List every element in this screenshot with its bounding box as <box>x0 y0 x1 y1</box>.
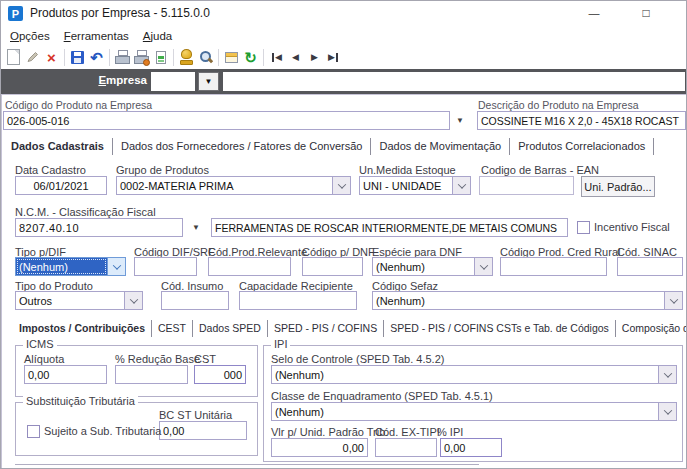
grupo-produtos-combo[interactable]: 0002-MATERIA PRIMA <box>116 176 351 195</box>
page-icon <box>7 49 20 65</box>
window-properties-icon <box>225 52 238 63</box>
sujeito-sub-checkbox[interactable] <box>27 425 40 438</box>
ncm-code-field[interactable]: 8207.40.10 <box>15 218 183 237</box>
ex-tipi-field[interactable] <box>375 438 437 457</box>
refresh-icon[interactable]: ↻ <box>241 48 260 67</box>
chevron-down-icon[interactable] <box>124 292 142 309</box>
properties-icon[interactable] <box>222 48 241 67</box>
print-icon[interactable] <box>113 48 132 67</box>
tab-cest[interactable]: CEST <box>152 320 193 337</box>
uni-padrao-button[interactable]: Uni. Padrão... <box>581 176 655 197</box>
tab-sped-pis-cofins[interactable]: SPED - PIS / COFINS <box>268 320 384 337</box>
app-window: P Produtos por Empresa - 5.115.0.0 — □ ×… <box>0 0 687 469</box>
grupo-produtos-label: Grupo de Produtos <box>116 164 209 176</box>
reducao-base-field[interactable] <box>115 365 188 384</box>
empresa-name-field[interactable] <box>223 72 685 91</box>
close-button[interactable]: × <box>675 1 687 25</box>
menu-ferramentas[interactable]: Ferramentas <box>57 30 136 42</box>
capacidade-field[interactable] <box>239 291 357 310</box>
un-medida-combo[interactable]: UNI - UNIDADE <box>359 176 471 195</box>
report-icon[interactable] <box>151 48 170 67</box>
chevron-down-icon[interactable] <box>332 177 350 194</box>
chevron-down-icon[interactable] <box>452 177 470 194</box>
nav-prev-icon[interactable]: ◀ <box>286 48 305 67</box>
empresa-code-input[interactable] <box>151 72 195 91</box>
tab-sped-pis-cofins-csts[interactable]: SPED - PIS / COFINS CSTs e Tab. de Códig… <box>384 320 616 337</box>
tab-dados-sped[interactable]: Dados SPED <box>193 320 268 337</box>
printer-icon <box>115 50 130 64</box>
save-icon[interactable] <box>68 48 87 67</box>
chevron-down-icon[interactable] <box>107 258 125 275</box>
search-icon[interactable] <box>196 48 215 67</box>
sujeito-sub-label: Sujeito a Sub. Tributaria <box>44 425 161 437</box>
maximize-button[interactable]: □ <box>630 1 662 25</box>
product-code-field[interactable]: 026-005-016 <box>3 111 450 130</box>
substituicao-group: Substituição Tributária BC ST Unitária 0… <box>15 402 258 456</box>
chevron-down-icon[interactable] <box>658 403 676 420</box>
codigo-dnf-field[interactable] <box>302 257 363 276</box>
cst-field[interactable]: 000 <box>194 365 246 384</box>
data-cadastro-field[interactable]: 06/01/2021 <box>15 176 107 195</box>
app-icon-letter: P <box>12 8 19 20</box>
codigo-barras-field[interactable] <box>479 176 574 195</box>
product-desc-field[interactable]: COSSINETE M16 X 2,0 - 45X18 ROCAST <box>477 111 686 130</box>
cred-rural-field[interactable] <box>500 257 607 276</box>
seal-icon[interactable] <box>177 48 196 67</box>
tipo-dif-combo[interactable]: (Nenhum) <box>15 257 126 276</box>
chevron-down-icon[interactable] <box>474 258 492 275</box>
aliquota-field[interactable]: 0,00 <box>24 365 107 384</box>
toolbar-separator <box>109 49 110 66</box>
tipo-produto-combo[interactable]: Outros <box>15 291 143 310</box>
substituicao-group-title: Substituição Tributária <box>23 395 138 407</box>
codigo-dif-field[interactable] <box>134 257 197 276</box>
menu-bar: Opções Ferramentas Ajuda <box>3 26 179 45</box>
selo-controle-combo[interactable]: (Nenhum) <box>271 365 677 384</box>
tab-dados-cadastrais[interactable]: Dados Cadastrais <box>3 138 113 155</box>
perc-ipi-label: % IPI <box>437 426 463 438</box>
product-code-dropdown[interactable]: ▼ <box>451 111 469 130</box>
nav-next-icon[interactable]: ▶ <box>305 48 324 67</box>
cst-label: CST <box>194 353 216 365</box>
cod-prod-relevante-field[interactable] <box>208 257 291 276</box>
tab-impostos-contribuicoes[interactable]: Impostos / Contribuições <box>13 320 152 337</box>
vlr-unid-padrao-field[interactable]: 0,00 <box>271 438 368 457</box>
minimize-button[interactable]: — <box>578 1 610 25</box>
vlr-unid-padrao-label: Vlr p/ Unid. Padrão Trib. <box>271 426 388 438</box>
incentivo-fiscal-label: Incentivo Fiscal <box>594 221 670 233</box>
gear-dot-icon <box>143 59 150 66</box>
ncm-dropdown[interactable]: ▼ <box>187 218 205 237</box>
ncm-desc-field[interactable]: FERRAMENTAS DE ROSCAR INTERIORMENTE,DE M… <box>211 218 568 237</box>
tab-dados-fornecedores[interactable]: Dados dos Fornecedores / Fatores de Conv… <box>113 138 372 155</box>
cod-insumo-field[interactable] <box>161 291 229 310</box>
sinac-field[interactable] <box>617 257 683 276</box>
nav-first-icon[interactable]: ◀ <box>267 48 286 67</box>
new-record-icon[interactable] <box>4 48 23 67</box>
ipi-group: IPI Selo de Controle (SPED Tab. 4.5.2) (… <box>263 345 683 462</box>
chevron-down-icon[interactable] <box>658 366 676 383</box>
print-setup-icon[interactable] <box>132 48 151 67</box>
empresa-dropdown-button[interactable]: ▼ <box>198 72 219 91</box>
ipi-group-title: IPI <box>271 338 290 350</box>
tab-composicao-produto[interactable]: Composição do Produto <box>616 320 687 337</box>
icms-group: ICMS Alíquota % Redução Base CST 0,00 00… <box>15 345 258 397</box>
tab-produtos-correlacionados[interactable]: Produtos Correlacionados <box>510 138 654 155</box>
especie-dnf-combo[interactable]: (Nenhum) <box>372 257 493 276</box>
window-title: Produtos por Empresa - 5.115.0.0 <box>30 6 210 20</box>
bc-st-field[interactable]: 0,00 <box>159 421 247 440</box>
main-tabs: Dados Cadastrais Dados dos Fornecedores … <box>3 138 654 155</box>
bottom-divider <box>15 464 479 465</box>
menu-opcoes[interactable]: Opções <box>3 30 57 42</box>
toolbar-separator <box>173 49 174 66</box>
codigo-sefaz-combo[interactable]: (Nenhum) <box>372 291 683 310</box>
empresa-bar: Empresa ▼ <box>1 69 687 94</box>
classe-enquadramento-combo[interactable]: (Nenhum) <box>271 402 677 421</box>
nav-last-icon[interactable]: ▶ <box>324 48 343 67</box>
edit-record-icon[interactable] <box>23 48 42 67</box>
tab-dados-movimentacao[interactable]: Dados de Movimentação <box>371 138 510 155</box>
chevron-down-icon[interactable] <box>664 292 682 309</box>
menu-ajuda[interactable]: Ajuda <box>136 30 179 42</box>
perc-ipi-field[interactable]: 0,00 <box>440 438 502 457</box>
delete-record-icon[interactable]: × <box>42 48 61 67</box>
undo-icon[interactable]: ↶ <box>87 48 106 67</box>
incentivo-fiscal-checkbox[interactable] <box>577 221 590 234</box>
